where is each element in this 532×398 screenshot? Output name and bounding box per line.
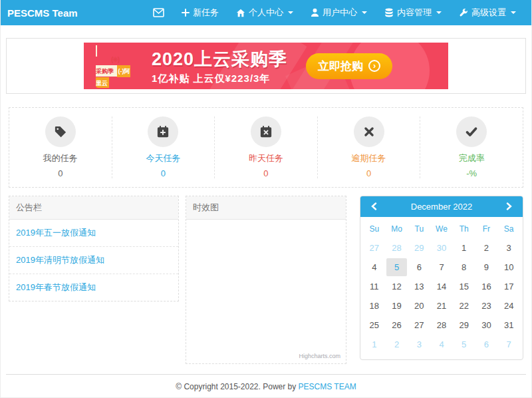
nav-item-advanced-settings[interactable]: 高级设置 — [450, 0, 525, 25]
stat-yesterday-tasks[interactable]: 昨天任务 0 — [214, 116, 317, 178]
calendar-day-name: Sa — [497, 221, 520, 237]
calendar-day[interactable]: 21 — [431, 297, 452, 315]
calendar-day[interactable]: 9 — [476, 258, 497, 276]
aliyun-badge: (❋) 采购季 (-)阿里云 — [96, 44, 134, 89]
buy-now-button[interactable]: 立即抢购 › — [306, 53, 392, 79]
calendar-prev-button[interactable] — [364, 196, 383, 217]
calendar-day-name: Fr — [475, 221, 498, 237]
calendar-next-button[interactable] — [500, 196, 519, 217]
stat-label: 昨天任务 — [215, 152, 317, 164]
home-icon — [236, 9, 245, 17]
calendar-day[interactable]: 29 — [408, 239, 430, 257]
chevron-left-icon — [370, 201, 377, 213]
chart-area: Highcharts.com — [186, 220, 346, 363]
nav-item-new-task[interactable]: 新任务 — [173, 0, 227, 25]
stat-completion-rate[interactable]: 完成率 -% — [420, 116, 523, 178]
plus-icon — [182, 9, 190, 17]
nav-item-label: 个人中心 — [249, 7, 283, 19]
calendar-day[interactable]: 31 — [498, 316, 519, 334]
calendar-day[interactable]: 10 — [498, 258, 519, 276]
calendar-x-icon — [251, 116, 281, 147]
calendar-day[interactable]: 1 — [454, 239, 475, 257]
calendar-day[interactable]: 12 — [386, 278, 408, 296]
bottom-row: 公告栏 2019年五一放假通知 2019年清明节放假通知 2019年春节放假通知… — [9, 196, 523, 364]
calendar-day[interactable]: 5 — [454, 335, 475, 353]
calendar-day[interactable]: 3 — [408, 335, 430, 353]
calendar-day[interactable]: 22 — [454, 297, 475, 315]
calendar-day[interactable]: 24 — [498, 297, 519, 315]
chevron-down-icon — [288, 11, 293, 14]
calendar-day[interactable]: 16 — [476, 278, 497, 296]
calendar-day[interactable]: 15 — [454, 278, 475, 296]
brand-logo[interactable]: PESCMS Team — [7, 7, 78, 19]
nav-item-label: 内容管理 — [397, 7, 432, 19]
announcement-link[interactable]: 2019年清明节放假通知 — [9, 247, 178, 274]
copyright-text: © Copyright 2015-2022. Power by — [176, 382, 296, 391]
banner-text: 2020上云采购季 1亿补贴 上云仅¥223/3年 — [152, 47, 287, 85]
page-footer: © Copyright 2015-2022. Power by PESCMS T… — [6, 374, 526, 391]
ad-banner[interactable]: (❋) 采购季 (-)阿里云 2020上云采购季 1亿补贴 上云仅¥223/3年… — [84, 43, 448, 89]
calendar-day[interactable]: 1 — [364, 335, 385, 353]
announcement-link[interactable]: 2019年五一放假通知 — [9, 220, 178, 247]
nav-item-label: 新任务 — [193, 7, 219, 19]
database-icon — [384, 8, 394, 17]
calendar-day-name: Su — [363, 221, 386, 237]
knot-icon: (❋) — [96, 56, 134, 65]
calendar-day[interactable]: 7 — [498, 335, 519, 353]
nav-item-personal-center[interactable]: 个人中心 — [227, 0, 302, 25]
calendar-day[interactable]: 6 — [476, 335, 497, 353]
calendar-plus-icon — [148, 116, 178, 147]
announcement-link[interactable]: 2019年春节放假通知 — [9, 274, 178, 301]
wrench-icon — [459, 8, 468, 17]
stat-today-tasks[interactable]: 今天任务 0 — [112, 116, 215, 178]
stat-label: 完成率 — [420, 152, 523, 164]
calendar-day[interactable]: 28 — [431, 316, 452, 334]
banner-panel: (❋) 采购季 (-)阿里云 2020上云采购季 1亿补贴 上云仅¥223/3年… — [6, 38, 526, 94]
chevron-down-icon — [436, 11, 442, 14]
calendar-day[interactable]: 4 — [364, 258, 385, 276]
calendar-day[interactable]: 30 — [476, 316, 497, 334]
calendar-day[interactable]: 7 — [431, 258, 452, 276]
stat-my-tasks[interactable]: 我的任务 0 — [9, 116, 112, 178]
page: PESCMS Team 新任务 个人中心 — [0, 0, 532, 398]
nav-item-user-center[interactable]: 用户中心 — [302, 0, 376, 25]
calendar-day[interactable]: 18 — [364, 297, 385, 315]
calendar-day[interactable]: 3 — [498, 239, 519, 257]
chart-credits-link[interactable]: Highcharts.com — [299, 353, 340, 359]
calendar-day[interactable]: 11 — [364, 278, 385, 296]
calendar-day-selected[interactable]: 5 — [386, 258, 408, 276]
tag-icon — [45, 116, 76, 147]
stats-panel: 我的任务 0 今天任务 0 昨天任务 0 逾期任务 0 — [9, 107, 523, 188]
pescms-team-link[interactable]: PESCMS TEAM — [299, 382, 356, 391]
calendar-day[interactable]: 2 — [386, 335, 408, 353]
calendar-day[interactable]: 26 — [386, 316, 408, 334]
calendar-day[interactable]: 29 — [454, 316, 475, 334]
calendar-day[interactable]: 8 — [454, 258, 475, 276]
nav-item-label: 用户中心 — [323, 7, 357, 19]
calendar-day[interactable]: 30 — [431, 239, 452, 257]
calendar-header: December 2022 — [360, 196, 523, 217]
calendar-day[interactable]: 20 — [408, 297, 430, 315]
calendar-day[interactable]: 28 — [386, 239, 408, 257]
stat-label: 我的任务 — [9, 152, 112, 164]
stat-value: 0 — [215, 168, 317, 178]
calendar-day[interactable]: 25 — [364, 316, 385, 334]
calendar-day[interactable]: 19 — [386, 297, 408, 315]
calendar-day[interactable]: 27 — [364, 239, 385, 257]
x-icon — [354, 116, 384, 147]
calendar-day[interactable]: 14 — [431, 278, 452, 296]
calendar-day[interactable]: 2 — [476, 239, 497, 257]
messages-button[interactable] — [144, 0, 173, 25]
calendar-day[interactable]: 27 — [408, 316, 430, 334]
stat-value: 0 — [112, 168, 215, 178]
nav-item-content-management[interactable]: 内容管理 — [376, 0, 450, 25]
chevron-right-icon — [506, 201, 513, 213]
stat-overdue-tasks[interactable]: 逾期任务 0 — [317, 116, 420, 178]
banner-title: 2020上云采购季 — [152, 47, 287, 71]
announcements-title: 公告栏 — [9, 196, 178, 220]
calendar-day[interactable]: 6 — [408, 258, 430, 276]
calendar-day[interactable]: 23 — [476, 297, 497, 315]
calendar-day[interactable]: 17 — [498, 278, 519, 296]
calendar-day[interactable]: 13 — [408, 278, 430, 296]
calendar-day[interactable]: 4 — [431, 335, 452, 353]
